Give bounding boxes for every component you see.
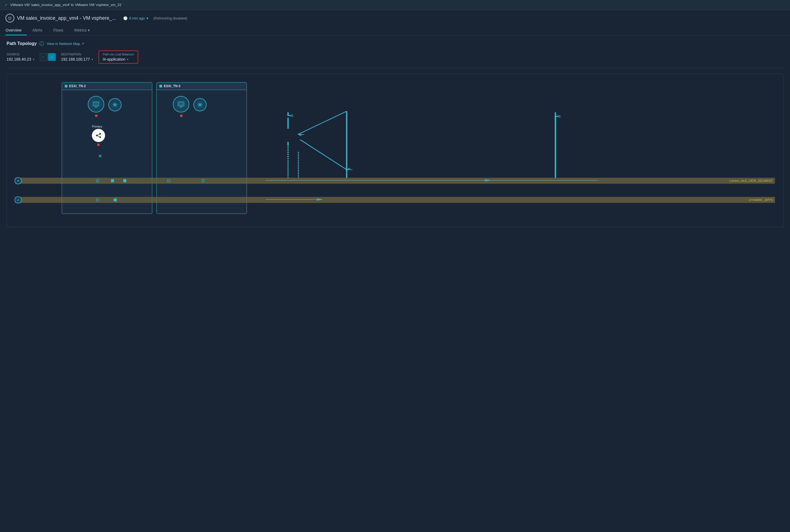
status-check-icon: ✓ [4, 2, 8, 7]
view-network-map-link[interactable]: View in Network Map ↗ [46, 42, 84, 46]
esxi-tn-3-header: ESXi_TN-3 [157, 82, 247, 90]
primary-label: Primary [92, 125, 102, 128]
time-selector[interactable]: 🕐 6 min ago ▾ [123, 16, 148, 20]
svg-line-28 [298, 111, 347, 134]
top-bar-status-text: VMware VM 'sales_invoice_app_vm4' to VMw… [10, 3, 122, 7]
segment-bottom-square-1 [96, 198, 99, 201]
path-via-value-text: l4-application [103, 57, 126, 61]
time-dropdown-icon: ▾ [147, 16, 148, 20]
segment-bottom-bar: ⇄ DYNAMIC_APPS [15, 197, 775, 203]
vm-icon: ⊡ [5, 14, 14, 22]
segment-bottom-router-icon: ⇄ [15, 196, 22, 204]
port-left-vm-top [95, 115, 97, 117]
section-title: Path Topology [6, 41, 37, 46]
tab-metrics[interactable]: Metrics ▾ [69, 26, 95, 35]
segment-top-router-icon: ⇄ [15, 177, 22, 184]
segment-top-square-3 [124, 179, 126, 182]
topology-diagram: ESXi_TN-2 ESXi_TN-3 Primary ✕ [6, 74, 784, 227]
primary-node[interactable] [92, 129, 105, 142]
esxi-tn-2-label: ESXi_TN-2 [69, 84, 86, 88]
segment-top-bar: ⇄ London_ALB_DATA_SEGMENT [15, 178, 775, 184]
destination-label: Destination [61, 53, 93, 56]
direction-buttons: ← → [40, 53, 56, 61]
segment-top-square-1 [96, 179, 99, 182]
port-right-vm-bottom [180, 115, 183, 117]
port-primary-bottom [97, 144, 99, 146]
esxi-tn-3-label: ESXi_TN-3 [164, 84, 181, 88]
svg-line-29 [300, 139, 347, 170]
esxi-tn-2-header: ESXi_TN-2 [62, 82, 152, 90]
esxi-tn-2-indicator [65, 85, 68, 88]
esxi-tn-3-indicator [159, 85, 162, 88]
destination-value: 192.168.100.177 [61, 57, 90, 61]
source-value: 192.168.40.23 [6, 57, 31, 61]
tab-alerts[interactable]: Alerts [27, 26, 48, 35]
source-group: Source 192.168.40.23 ▾ [6, 53, 34, 61]
svg-line-12 [97, 134, 100, 135]
destination-chevron-icon: ▾ [92, 58, 93, 61]
section-header: Path Topology i View in Network Map ↗ [6, 41, 784, 46]
tab-overview[interactable]: Overview [5, 26, 27, 35]
direction-left-button[interactable]: ← [40, 53, 48, 61]
header: ⊡ VM sales_invoice_app_vm4 - VM vsphere_… [0, 10, 790, 36]
clock-icon: 🕐 [123, 16, 128, 20]
svg-point-22 [200, 104, 201, 105]
segment-top-label: London_ALB_DATA_SEGMENT [729, 179, 773, 182]
segment-bottom-label: DYNAMIC_APPS [749, 198, 773, 202]
svg-rect-17 [179, 102, 183, 105]
segment-bottom-square-2 [114, 198, 117, 201]
main-content: Path Topology i View in Network Map ↗ So… [0, 36, 790, 233]
time-label: 6 min ago [129, 16, 145, 20]
source-chevron-icon: ▾ [33, 58, 34, 61]
path-via-label: Path via Load Balancer [103, 53, 134, 56]
snowflake-node-left[interactable] [108, 98, 121, 111]
path-via-load-balancer-box[interactable]: Path via Load Balancer l4-application ▾ [98, 51, 138, 64]
esxi-tn-2-container: ESXi_TN-2 [62, 82, 152, 214]
path-via-chevron-icon: ▾ [127, 58, 128, 61]
tab-flows[interactable]: Flows [48, 26, 69, 35]
segment-top-square-5 [202, 179, 204, 182]
snowflake-node-right[interactable] [193, 98, 207, 111]
view-network-label: View in Network Map [46, 42, 80, 46]
external-link-icon: ↗ [81, 42, 84, 46]
refresh-status: (Refreshing disabled) [153, 16, 187, 20]
segment-top-square-2 [111, 179, 114, 182]
svg-line-13 [97, 135, 100, 137]
path-via-select[interactable]: l4-application ▾ [103, 57, 134, 61]
svg-point-8 [114, 104, 115, 105]
path-x-marker: ✕ [98, 154, 102, 159]
direction-right-button[interactable]: → [48, 53, 56, 61]
vm-node-left[interactable] [88, 96, 104, 112]
top-bar: ✓ VMware VM 'sales_invoice_app_vm4' to V… [0, 0, 790, 10]
nav-tabs: Overview Alerts Flows Metrics ▾ [5, 26, 785, 35]
controls-row: Source 192.168.40.23 ▾ ← → Destination 1… [6, 51, 784, 68]
page-title: VM sales_invoice_app_vm4 - VM vsphere_..… [17, 15, 116, 21]
vm-node-right[interactable] [173, 96, 189, 112]
destination-group: Destination 192.168.100.177 ▾ [61, 53, 93, 61]
svg-rect-3 [94, 102, 98, 105]
segment-top-square-4 [167, 179, 170, 182]
info-icon[interactable]: i [39, 41, 44, 46]
destination-select[interactable]: 192.168.100.177 ▾ [61, 57, 93, 61]
source-label: Source [6, 53, 34, 56]
source-select[interactable]: 192.168.40.23 ▾ [6, 57, 34, 61]
